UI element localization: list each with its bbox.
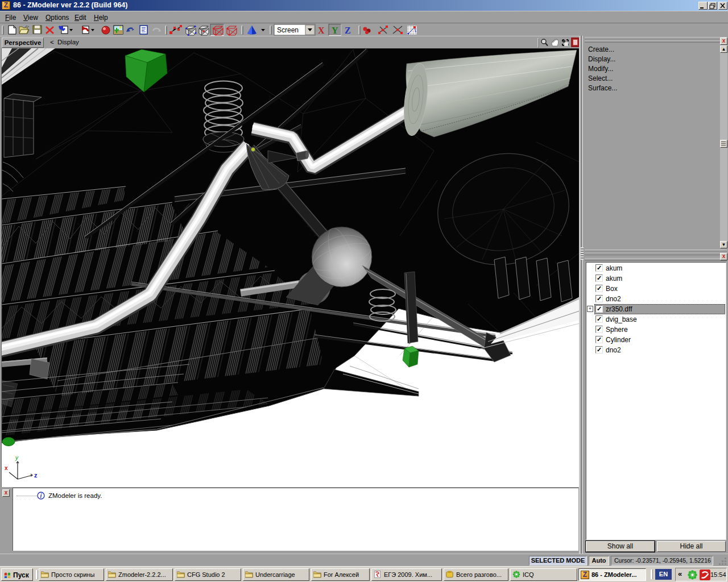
svg-text:z: z — [34, 472, 38, 479]
svg-text:X: X — [318, 26, 325, 35]
svg-text:Z: Z — [345, 26, 351, 35]
svg-text:Y: Y — [332, 26, 338, 35]
svg-text:x: x — [5, 465, 8, 471]
svg-text:y: y — [15, 455, 19, 461]
svg-text:i: i — [40, 493, 42, 499]
svg-text:Screen: Screen — [277, 26, 299, 34]
